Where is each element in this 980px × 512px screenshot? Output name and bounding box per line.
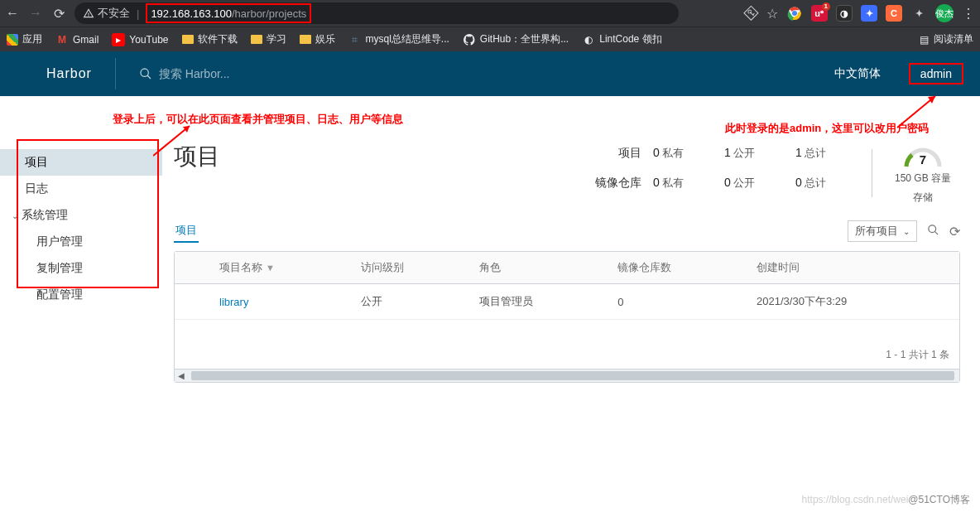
url-highlight-box: 192.168.163.100/harbor/projects bbox=[146, 3, 311, 23]
chevron-down-icon: ⌄ bbox=[903, 227, 910, 236]
bookmark-folder-fun[interactable]: 娱乐 bbox=[300, 32, 335, 46]
sidebar-item-projects[interactable]: 项目 bbox=[0, 149, 162, 176]
search-wrap bbox=[139, 67, 834, 80]
summary-project-label: 项目 bbox=[587, 146, 653, 161]
bookmark-label: 学习 bbox=[267, 32, 286, 46]
main-layout: 项目 日志 ⌄ 系统管理 用户管理 复制管理 配置管理 项目 项目 0私有 1公… bbox=[0, 96, 980, 512]
filter-dropdown[interactable]: 所有项目 ⌄ bbox=[848, 220, 917, 242]
password-key-icon[interactable]: ⚿ bbox=[742, 3, 761, 23]
sidebar-item-sysadmin[interactable]: ⌄ 系统管理 bbox=[0, 202, 162, 229]
th-role[interactable]: 角色 bbox=[471, 252, 610, 284]
bookmark-youtube[interactable]: ▸YouTube bbox=[112, 33, 168, 46]
summary-cell: 0私有 bbox=[653, 176, 724, 191]
nav-forward-icon[interactable]: → bbox=[28, 6, 43, 21]
gauge-label2: 存储 bbox=[886, 191, 960, 205]
th-name[interactable]: 项目名称▼ bbox=[211, 252, 353, 284]
bookmark-label: 应用 bbox=[22, 32, 42, 46]
dropdown-label: 所有项目 bbox=[855, 224, 898, 239]
refresh-icon[interactable]: ⟳ bbox=[949, 224, 960, 239]
profile-avatar[interactable]: 俊杰 bbox=[935, 4, 954, 22]
svg-line-4 bbox=[153, 126, 190, 156]
browser-toolbar: ← → ⟳ 不安全 | 192.168.163.100/harbor/proje… bbox=[0, 0, 980, 27]
browser-menu-icon[interactable]: ⋮ bbox=[962, 6, 975, 22]
bookmark-label: Gmail bbox=[73, 34, 98, 46]
projects-table: 项目名称▼ 访问级别 角色 镜像仓库数 创建时间 library 公开 项目管理… bbox=[174, 251, 960, 383]
summary-cell: 0公开 bbox=[724, 176, 795, 191]
cell-repo-count: 0 bbox=[609, 284, 748, 320]
address-bar[interactable]: 不安全 | 192.168.163.100/harbor/projects bbox=[74, 2, 679, 24]
summary-divider bbox=[872, 149, 872, 197]
svg-point-1 bbox=[792, 11, 797, 16]
bookmark-label: GitHub：全世界构... bbox=[480, 32, 569, 46]
bookmark-mysql[interactable]: ⌗mysql总结思维导... bbox=[348, 32, 449, 46]
nav-back-icon[interactable]: ← bbox=[5, 6, 20, 21]
reading-list-icon: ▤ bbox=[920, 34, 929, 46]
gauge-label: 150 GB 容量 bbox=[886, 171, 960, 186]
th-checkbox[interactable] bbox=[175, 252, 211, 284]
table-header: 项目名称▼ 访问级别 角色 镜像仓库数 创建时间 bbox=[175, 252, 959, 284]
ext-dark-icon[interactable]: ◑ bbox=[836, 5, 853, 22]
bookmark-folder-study[interactable]: 学习 bbox=[251, 32, 286, 46]
sidebar-item-logs[interactable]: 日志 bbox=[0, 176, 162, 202]
bookmark-star-icon[interactable]: ☆ bbox=[766, 6, 778, 22]
bookmark-lintcode[interactable]: ◐LintCode 领扣 bbox=[582, 32, 661, 46]
sidebar-item-replication[interactable]: 复制管理 bbox=[0, 255, 162, 282]
apps-grid-icon bbox=[7, 34, 18, 46]
horizontal-scrollbar[interactable]: ◀ bbox=[175, 369, 959, 382]
ext-orange-icon[interactable]: C bbox=[886, 5, 902, 22]
cell-access: 公开 bbox=[353, 284, 470, 320]
table-row bbox=[175, 320, 959, 341]
extensions-puzzle-icon[interactable]: ✦ bbox=[910, 5, 927, 22]
watermark-light: https://blog.csdn.net/wei bbox=[802, 494, 909, 505]
watermark: https://blog.csdn.net/wei@51CTO博客 bbox=[802, 493, 970, 507]
ext-blue-icon[interactable]: ✦ bbox=[861, 5, 877, 22]
scroll-left-icon[interactable]: ◀ bbox=[175, 371, 188, 380]
th-access[interactable]: 访问级别 bbox=[353, 252, 470, 284]
url-host: 192.168.163.100 bbox=[151, 7, 232, 20]
svg-point-8 bbox=[929, 225, 936, 232]
reading-list-label: 阅读清单 bbox=[934, 32, 973, 46]
search-icon bbox=[139, 67, 152, 80]
search-filter-icon[interactable] bbox=[927, 224, 939, 239]
bookmark-apps[interactable]: 应用 bbox=[7, 32, 42, 46]
summary-cell: 0总计 bbox=[795, 176, 867, 191]
user-menu-button[interactable]: admin bbox=[909, 63, 963, 85]
bookmarks-bar: 应用 MGmail ▸YouTube 软件下载 学习 娱乐 ⌗mysql总结思维… bbox=[0, 27, 980, 51]
summary-repo-label: 镜像仓库 bbox=[587, 176, 653, 191]
harbor-logo[interactable]: Harbor bbox=[46, 66, 92, 81]
reading-list-button[interactable]: ▤ 阅读清单 bbox=[920, 32, 973, 46]
sidebar-item-config[interactable]: 配置管理 bbox=[0, 282, 162, 308]
toolbar-right: ⚿ ☆ uᵒ1 ◑ ✦ C ✦ 俊杰 ⋮ bbox=[745, 4, 975, 22]
language-switcher[interactable]: 中文简体 bbox=[834, 66, 881, 81]
reload-icon[interactable]: ⟳ bbox=[51, 6, 66, 22]
summary-cell: 1公开 bbox=[724, 146, 795, 161]
ext-chrome-icon[interactable] bbox=[786, 5, 803, 22]
summary-cell: 0私有 bbox=[653, 146, 724, 161]
search-input[interactable] bbox=[159, 67, 407, 80]
bookmark-label: mysql总结思维导... bbox=[366, 32, 449, 46]
th-created[interactable]: 创建时间 bbox=[748, 252, 959, 284]
bookmark-github[interactable]: GitHub：全世界构... bbox=[463, 32, 569, 46]
scrollbar-thumb[interactable] bbox=[191, 371, 954, 380]
svg-line-3 bbox=[147, 75, 151, 79]
ext-ublock-icon[interactable]: uᵒ1 bbox=[811, 5, 828, 22]
table-row[interactable]: library 公开 项目管理员 0 2021/3/30下午3:29 bbox=[175, 284, 959, 320]
gauge-value: 7 bbox=[886, 152, 960, 167]
tab-projects[interactable]: 项目 bbox=[174, 220, 199, 243]
th-repo-count[interactable]: 镜像仓库数 bbox=[609, 252, 748, 284]
storage-gauge: 7 150 GB 容量 存储 bbox=[886, 146, 960, 205]
annotation-left: 登录上后，可以在此页面查看并管理项目、日志、用户等信息 bbox=[113, 112, 403, 127]
sidebar-item-users[interactable]: 用户管理 bbox=[0, 229, 162, 255]
bookmark-gmail[interactable]: MGmail bbox=[55, 33, 98, 46]
warning-icon bbox=[83, 7, 94, 19]
summary-cell: 1总计 bbox=[795, 146, 867, 161]
gmail-icon: M bbox=[55, 33, 69, 46]
project-name-link[interactable]: library bbox=[219, 296, 248, 308]
bookmark-label: YouTube bbox=[129, 34, 168, 46]
insecure-indicator[interactable]: 不安全 bbox=[83, 6, 130, 21]
watermark-dark: @51CTO博客 bbox=[908, 494, 970, 505]
bookmark-folder-download[interactable]: 软件下载 bbox=[182, 32, 238, 46]
bookmark-label: 娱乐 bbox=[315, 32, 335, 46]
table-footer: 1 - 1 共计 1 条 bbox=[175, 341, 959, 369]
svg-point-2 bbox=[141, 69, 148, 76]
